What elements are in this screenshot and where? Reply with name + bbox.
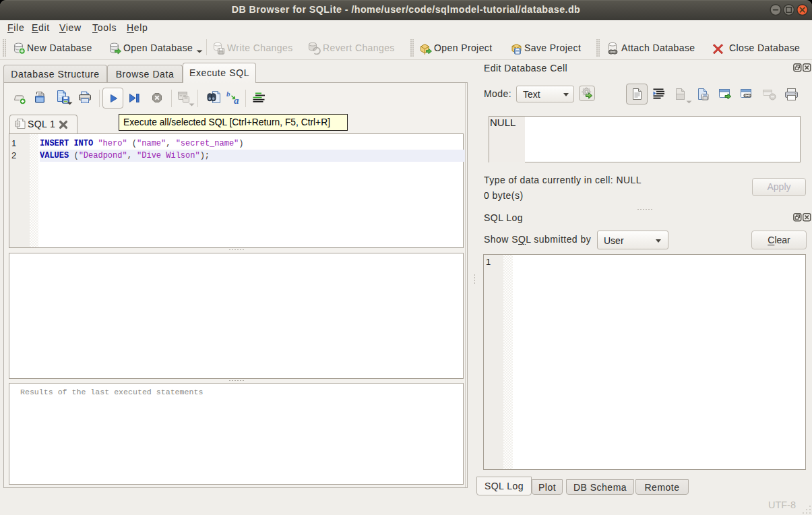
svg-text:b: b [226,90,230,98]
svg-text:a: a [234,95,239,105]
